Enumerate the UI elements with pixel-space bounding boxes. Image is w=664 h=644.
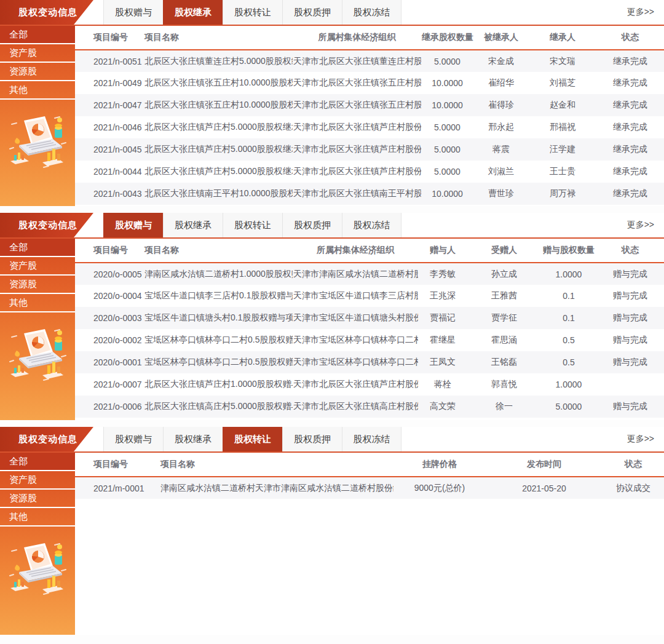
laptop-analytics-illustration (8, 541, 67, 598)
sidebar-item-all[interactable]: 全部 (0, 26, 75, 44)
table-row[interactable]: 2021/o-0007北辰区大张庄镇芦庄村1.0000股股权赠与...天津市北辰… (75, 373, 664, 396)
tab-freeze[interactable]: 股权冻结 (342, 0, 401, 25)
table-row[interactable]: 2021/m-0001津南区咸水沽镇二道桥村天津市津南区咸水沽镇二道桥村股份经.… (75, 477, 664, 499)
table-header-row: 项目编号项目名称挂牌价格发布时间状态 (75, 453, 664, 477)
tab-transfer[interactable]: 股权转让 (223, 0, 282, 25)
table-header-row: 项目编号项目名称所属村集体经济组织继承股权数量被继承人继承人状态 (75, 26, 664, 50)
table-cell: 刘淑兰 (473, 161, 529, 183)
table-cell: 2021-05-20 (486, 477, 603, 499)
table-cell: 2020/o-0004 (75, 285, 144, 307)
table-row[interactable]: 2020/o-0004宝坻区牛道口镇李三店村0.1股股权赠与项目天津市宝坻区牛道… (75, 285, 664, 307)
table-cell: 崔得珍 (473, 94, 529, 116)
table-cell: 郭喜悦 (467, 373, 541, 396)
sidebar-item-all[interactable]: 全部 (0, 239, 75, 257)
more-link[interactable]: 更多>> (627, 220, 664, 231)
tab-freeze[interactable]: 股权冻结 (342, 427, 401, 451)
table-cell: 北辰区大张庄镇高庄村5.0000股股权赠与... (144, 396, 293, 418)
table-cell: 2020/o-0002 (75, 329, 144, 351)
section-body: 全部资产股资源股其他 (0, 26, 664, 206)
tab-pledge[interactable]: 股权质押 (282, 213, 342, 237)
sidebar-item-asset-shares[interactable]: 资产股 (0, 471, 75, 490)
sidebar-illustration (0, 312, 75, 420)
table-cell: 王铭磊 (467, 351, 541, 373)
table-cell: 徐一 (467, 396, 541, 418)
table-row[interactable]: 2021/n-0045北辰区大张庄镇芦庄村5.0000股股权继承...天津市北辰… (75, 138, 664, 161)
table-cell: 继承完成 (596, 94, 664, 116)
table-cell: 2020/o-0005 (75, 263, 144, 285)
table-row[interactable]: 2021/n-0044北辰区大张庄镇芦庄村5.0000股股权继承...天津市北辰… (75, 161, 664, 183)
table-cell: 蒋震 (473, 138, 529, 161)
table-row[interactable]: 2021/n-0049北辰区大张庄镇张五庄村10.0000股股权继...天津市北… (75, 72, 664, 94)
table-cell: 赠与完成 (596, 351, 664, 373)
table-row[interactable]: 2020/o-0001宝坻区林亭口镇林亭口二村0.5股股权赠与...天津市宝坻区… (75, 351, 664, 373)
table-cell: 天津市宝坻区牛道口镇李三店村股... (293, 285, 418, 307)
table-row[interactable]: 2021/n-0047北辰区大张庄镇张五庄村10.0000股股权继...天津市北… (75, 94, 664, 116)
column-header: 项目编号 (75, 239, 144, 263)
table-row[interactable]: 2020/o-0003宝坻区牛道口镇塘头村0.1股股权赠与项目天津市宝坻区牛道口… (75, 307, 664, 329)
table-cell: 津南区咸水沽镇二道桥村1.0000股股权赠... (144, 263, 293, 285)
tab-inherit[interactable]: 股权继承 (163, 0, 223, 25)
tab-pledge[interactable]: 股权质押 (282, 427, 342, 451)
more-link[interactable]: 更多>> (627, 434, 664, 445)
sidebar-item-other[interactable]: 其他 (0, 81, 75, 100)
tab-gift[interactable]: 股权赠与 (103, 213, 163, 237)
table-cell: 天津市津南区咸水沽镇二道桥村股... (293, 263, 418, 285)
section-banner: 股权变动信息 (0, 213, 93, 237)
table-cell: 崔绍华 (473, 72, 529, 94)
tab-inherit[interactable]: 股权继承 (163, 213, 223, 237)
table-row[interactable]: 2020/o-0002宝坻区林亭口镇林亭口二村0.5股股权赠与...天津市宝坻区… (75, 329, 664, 351)
table-cell: 天津市北辰区大张庄镇芦庄村股份... (293, 138, 421, 161)
more-link[interactable]: 更多>> (627, 7, 664, 18)
tab-strip: 股权赠与股权继承股权转让股权质押股权冻结 (103, 0, 401, 25)
tab-freeze[interactable]: 股权冻结 (342, 213, 401, 237)
tab-inherit[interactable]: 股权继承 (163, 427, 223, 451)
table-cell: 宝坻区牛道口镇塘头村0.1股股权赠与项目 (144, 307, 293, 329)
sidebar-illustration (0, 527, 75, 635)
sidebar-item-other[interactable]: 其他 (0, 294, 75, 312)
column-header: 项目编号 (75, 26, 144, 50)
table-cell: 2021/n-0044 (75, 161, 144, 183)
table-cell: 天津市宝坻区牛道口镇塘头村股份... (293, 307, 418, 329)
table-row[interactable]: 2021/n-0043北辰区大张庄镇南王平村10.0000股股权继...天津市北… (75, 183, 664, 205)
sidebar-item-all[interactable]: 全部 (0, 453, 75, 471)
tab-transfer[interactable]: 股权转让 (223, 427, 282, 451)
table-cell: 北辰区大张庄镇董连庄村5.0000股股权继... (144, 50, 293, 72)
sidebar-items: 全部资产股资源股其他 (0, 26, 75, 100)
section-equity-transfer: 股权变动信息 股权赠与股权继承股权转让股权质押股权冻结 更多>> 全部资产股资源… (0, 427, 664, 635)
column-header: 继承股权数量 (421, 26, 473, 50)
section-header: 股权变动信息 股权赠与股权继承股权转让股权质押股权冻结 更多>> (0, 0, 664, 26)
table-cell: 0.1 (541, 307, 596, 329)
table-row[interactable]: 2020/o-0005津南区咸水沽镇二道桥村1.0000股股权赠...天津市津南… (75, 263, 664, 285)
table-cell: 霍继星 (418, 329, 467, 351)
table-cell: 2020/o-0001 (75, 351, 144, 373)
sidebar-item-other[interactable]: 其他 (0, 508, 75, 527)
table-header-row: 项目编号项目名称所属村集体经济组织赠与人受赠人赠与股权数量状态 (75, 239, 664, 263)
table-cell: 2021/n-0045 (75, 138, 144, 161)
tab-transfer[interactable]: 股权转让 (223, 213, 282, 237)
table-cell: 汪学建 (529, 138, 596, 161)
table-cell: 2021/o-0007 (75, 373, 144, 396)
tab-gift[interactable]: 股权赠与 (103, 427, 163, 451)
tab-strip: 股权赠与股权继承股权转让股权质押股权冻结 (103, 427, 401, 451)
sidebar-item-asset-shares[interactable]: 资产股 (0, 44, 75, 63)
sidebar-illustration (0, 100, 75, 206)
table-row[interactable]: 2021/o-0006北辰区大张庄镇高庄村5.0000股股权赠与...天津市北辰… (75, 396, 664, 418)
sidebar-item-asset-shares[interactable]: 资产股 (0, 257, 75, 276)
column-header: 赠与人 (418, 239, 467, 263)
column-header: 项目名称 (160, 453, 393, 477)
table-row[interactable]: 2021/n-0046北辰区大张庄镇芦庄村5.0000股股权继承...天津市北辰… (75, 116, 664, 138)
table-row[interactable]: 2021/n-0051北辰区大张庄镇董连庄村5.0000股股权继...天津市北辰… (75, 50, 664, 72)
section-header: 股权变动信息 股权赠与股权继承股权转让股权质押股权冻结 更多>> (0, 213, 664, 239)
table-cell: 2021/n-0051 (75, 50, 144, 72)
table-cell: 继承完成 (596, 116, 664, 138)
sidebar-item-resource-shares[interactable]: 资源股 (0, 490, 75, 508)
table-cell: 孙立成 (467, 263, 541, 285)
sidebar-item-resource-shares[interactable]: 资源股 (0, 63, 75, 81)
tab-pledge[interactable]: 股权质押 (282, 0, 342, 25)
column-header: 赠与股权数量 (541, 239, 596, 263)
sidebar-item-resource-shares[interactable]: 资源股 (0, 276, 75, 294)
section-banner: 股权变动信息 (0, 427, 93, 451)
table-cell: 刘福芝 (529, 72, 596, 94)
tab-gift[interactable]: 股权赠与 (103, 0, 163, 25)
table-cell: 王士贵 (529, 161, 596, 183)
